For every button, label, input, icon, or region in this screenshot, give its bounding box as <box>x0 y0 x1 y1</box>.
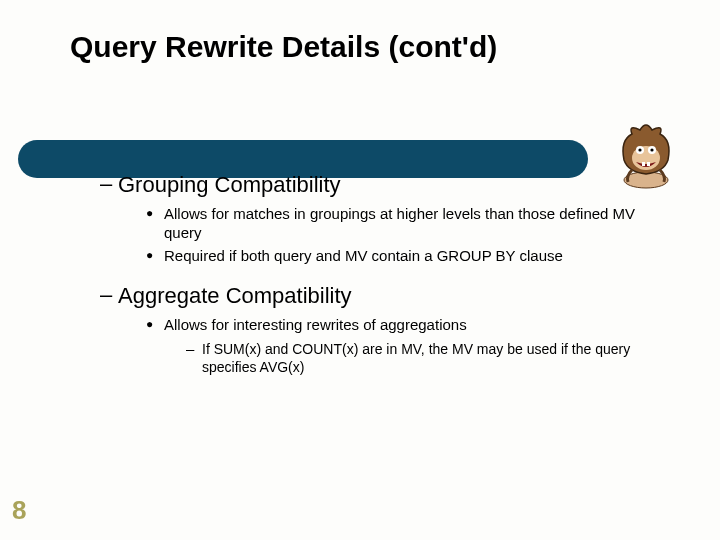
slide-title: Query Rewrite Details (cont'd) <box>70 30 497 64</box>
bullet-text: Required if both query and MV contain a … <box>164 246 563 265</box>
svg-rect-6 <box>642 162 645 166</box>
slide-body: – Grouping Compatibility ● Allows for ma… <box>100 168 660 376</box>
bullet-text: If SUM(x) and COUNT(x) are in MV, the MV… <box>202 340 660 376</box>
bullet-level3: – If SUM(x) and COUNT(x) are in MV, the … <box>186 340 660 376</box>
svg-rect-7 <box>647 162 650 166</box>
bullet-level2: ● Required if both query and MV contain … <box>146 246 660 265</box>
slide: Query Rewrite Details (cont'd) – Groupin… <box>0 0 720 540</box>
dot-icon: ● <box>146 204 164 222</box>
bullet-text: Allows for matches in groupings at highe… <box>164 204 660 242</box>
bullet-heading: Aggregate Compatibility <box>118 283 352 309</box>
svg-point-5 <box>650 148 653 151</box>
bullet-level2: ● Allows for interesting rewrites of agg… <box>146 315 660 334</box>
spacer <box>100 265 660 279</box>
page-number: 8 <box>12 495 26 526</box>
svg-point-4 <box>638 148 641 151</box>
dash-icon: – <box>100 172 118 196</box>
dash-icon: – <box>186 340 202 358</box>
dot-icon: ● <box>146 315 164 333</box>
bullet-level1: – Aggregate Compatibility <box>100 283 660 309</box>
bullet-text: Allows for interesting rewrites of aggre… <box>164 315 467 334</box>
dash-icon: – <box>100 283 118 307</box>
bullet-heading: Grouping Compatibility <box>118 172 341 198</box>
dot-icon: ● <box>146 246 164 264</box>
bullet-level1: – Grouping Compatibility <box>100 172 660 198</box>
bullet-level2: ● Allows for matches in groupings at hig… <box>146 204 660 242</box>
